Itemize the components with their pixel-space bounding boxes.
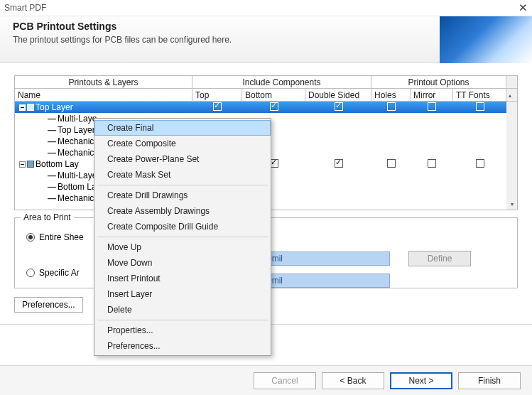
wizard-footer: Cancel < Back Next > Finish	[0, 365, 532, 395]
row-label: Bottom La	[58, 182, 97, 192]
menu-create-final[interactable]: Create Final	[94, 120, 271, 136]
back-button[interactable]: < Back	[322, 372, 384, 389]
row-label: Multi-Laye	[58, 114, 97, 124]
col-name[interactable]: Name	[15, 89, 192, 101]
scroll-down-icon[interactable]: ▾	[506, 199, 517, 210]
printout-icon	[27, 104, 34, 111]
group-include-components[interactable]: Include Components	[192, 76, 371, 88]
finish-button[interactable]: Finish	[458, 372, 521, 389]
preferences-button[interactable]: Preferences...	[14, 297, 83, 313]
col-mirror[interactable]: Mirror	[411, 89, 453, 101]
window-title: Smart PDF	[4, 3, 46, 13]
col-ttfonts[interactable]: TT Fonts	[453, 89, 506, 101]
chk-bottom[interactable]	[270, 102, 278, 111]
dash-icon: —	[48, 193, 56, 203]
define-button[interactable]: Define	[408, 251, 471, 266]
row-label: Multi-Laye	[58, 171, 97, 180]
cancel-button[interactable]: Cancel	[254, 372, 316, 389]
col-holes[interactable]: Holes	[371, 89, 411, 101]
scroll-up-icon[interactable]	[506, 76, 517, 88]
next-button[interactable]: Next >	[390, 372, 452, 389]
close-icon[interactable]: ✕	[519, 1, 528, 14]
coord-y1-input[interactable]: 0mil	[262, 251, 390, 266]
chk-top[interactable]	[213, 102, 222, 111]
printout-icon	[27, 161, 34, 168]
printout-row-top-layer[interactable]: Top Layer	[15, 102, 517, 113]
vertical-scrollbar[interactable]: ▾	[506, 102, 517, 210]
group-printouts-layers[interactable]: Printouts & Layers	[15, 76, 192, 88]
row-label: Bottom Lay	[36, 159, 79, 169]
row-label: Top Layer	[36, 102, 73, 112]
menu-move-up[interactable]: Move Up	[94, 239, 271, 255]
area-legend: Area to Print	[21, 212, 74, 222]
dash-icon: —	[48, 171, 56, 180]
row-label: Mechanic	[58, 148, 94, 158]
chk-double[interactable]	[335, 102, 343, 111]
radio-entire-sheet[interactable]	[26, 233, 35, 242]
collapse-icon[interactable]	[19, 161, 26, 168]
row-label: Mechanic	[58, 136, 94, 146]
row-label: Mechanic	[58, 193, 94, 203]
menu-properties[interactable]: Properties...	[94, 323, 271, 338]
dash-icon: —	[48, 125, 56, 135]
chk-ttfonts[interactable]	[476, 159, 484, 168]
chk-holes[interactable]	[387, 159, 396, 168]
context-menu: Create Final Create Composite Create Pow…	[94, 118, 271, 356]
dash-icon: —	[48, 114, 56, 124]
menu-move-down[interactable]: Move Down	[94, 255, 271, 271]
chk-holes[interactable]	[387, 102, 396, 111]
menu-create-power-plane-set[interactable]: Create Power-Plane Set	[94, 151, 271, 167]
row-label: Top Layer	[58, 125, 95, 135]
dash-icon: —	[48, 136, 56, 146]
menu-create-assembly-drawings[interactable]: Create Assembly Drawings	[94, 203, 271, 219]
coord-y2-input[interactable]: 0mil	[262, 274, 390, 288]
menu-delete[interactable]: Delete	[94, 302, 271, 318]
menu-preferences[interactable]: Preferences...	[94, 338, 271, 354]
menu-create-composite[interactable]: Create Composite	[94, 136, 271, 151]
collapse-icon[interactable]	[19, 104, 26, 111]
menu-create-drill-drawings[interactable]: Create Drill Drawings	[94, 188, 271, 203]
dash-icon: —	[48, 182, 56, 192]
col-double-sided[interactable]: Double Sided	[305, 89, 371, 101]
menu-create-mask-set[interactable]: Create Mask Set	[94, 167, 271, 183]
chk-ttfonts[interactable]	[476, 102, 484, 111]
group-printout-options[interactable]: Printout Options	[371, 76, 506, 88]
radio-entire-sheet-label: Entire Shee	[39, 232, 84, 242]
chk-mirror[interactable]	[428, 159, 436, 168]
chk-mirror[interactable]	[428, 102, 436, 111]
scroll-col-head	[506, 89, 517, 101]
chk-double[interactable]	[335, 159, 343, 168]
menu-create-composite-drill-guide[interactable]: Create Composite Drill Guide	[94, 219, 271, 234]
radio-specific-area[interactable]	[26, 269, 35, 277]
col-top[interactable]: Top	[192, 89, 242, 101]
menu-insert-printout[interactable]: Insert Printout	[94, 271, 271, 286]
radio-specific-area-label: Specific Ar	[39, 268, 80, 278]
dash-icon: —	[48, 148, 56, 158]
header-artwork	[440, 16, 532, 63]
col-bottom[interactable]: Bottom	[242, 89, 305, 101]
wizard-header: PCB Printout Settings The printout setti…	[0, 16, 532, 63]
menu-insert-layer[interactable]: Insert Layer	[94, 286, 271, 302]
